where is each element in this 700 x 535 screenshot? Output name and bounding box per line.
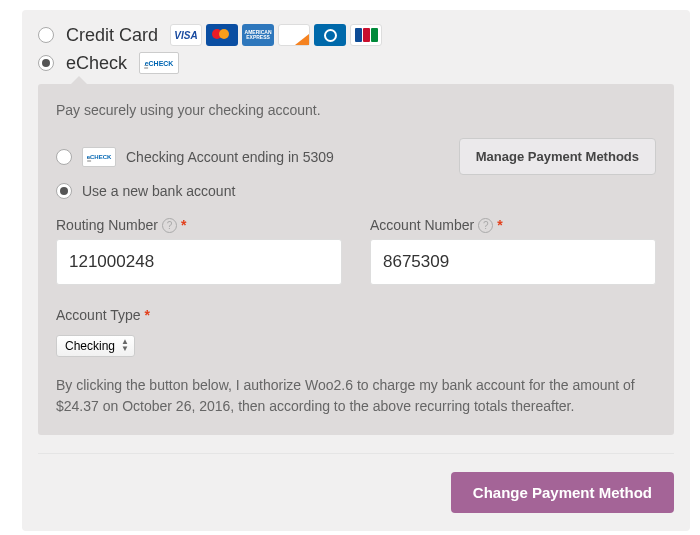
authorization-text: By clicking the button below, I authoriz… bbox=[56, 375, 656, 417]
account-number-label: Account Number ? * bbox=[370, 217, 656, 233]
echeck-icon-small: eCHECK bbox=[82, 147, 116, 167]
form-footer: Change Payment Method bbox=[38, 453, 674, 513]
echeck-form: Pay securely using your checking account… bbox=[38, 84, 674, 435]
new-account-row[interactable]: Use a new bank account bbox=[56, 183, 656, 199]
account-type-label: Account Type * bbox=[56, 307, 656, 323]
help-icon[interactable]: ? bbox=[162, 218, 177, 233]
help-icon[interactable]: ? bbox=[478, 218, 493, 233]
account-number-input[interactable] bbox=[370, 239, 656, 285]
required-mark: * bbox=[497, 217, 502, 233]
credit-card-label: Credit Card bbox=[66, 25, 158, 46]
amex-icon: AMERICAN EXPRESS bbox=[242, 24, 274, 46]
required-mark: * bbox=[145, 307, 150, 323]
discover-icon bbox=[278, 24, 310, 46]
change-payment-method-button[interactable]: Change Payment Method bbox=[451, 472, 674, 513]
form-description: Pay securely using your checking account… bbox=[56, 102, 656, 118]
echeck-radio[interactable] bbox=[38, 55, 54, 71]
saved-account-row[interactable]: eCHECK Checking Account ending in 5309 M… bbox=[56, 138, 656, 175]
echeck-icon: eCHECK bbox=[139, 52, 179, 74]
visa-icon: VISA bbox=[170, 24, 202, 46]
payment-method-echeck[interactable]: eCheck eCHECK bbox=[38, 52, 674, 74]
saved-account-radio[interactable] bbox=[56, 149, 72, 165]
credit-card-radio[interactable] bbox=[38, 27, 54, 43]
echeck-label: eCheck bbox=[66, 53, 127, 74]
card-logos: VISA AMERICAN EXPRESS bbox=[170, 24, 382, 46]
mastercard-icon bbox=[206, 24, 238, 46]
payment-panel: Credit Card VISA AMERICAN EXPRESS eCheck… bbox=[22, 10, 690, 531]
routing-number-label: Routing Number ? * bbox=[56, 217, 342, 233]
new-account-radio[interactable] bbox=[56, 183, 72, 199]
required-mark: * bbox=[181, 217, 186, 233]
routing-number-input[interactable] bbox=[56, 239, 342, 285]
manage-payment-methods-button[interactable]: Manage Payment Methods bbox=[459, 138, 656, 175]
payment-method-credit-card[interactable]: Credit Card VISA AMERICAN EXPRESS bbox=[38, 24, 674, 46]
diners-icon bbox=[314, 24, 346, 46]
account-type-select[interactable]: Checking bbox=[56, 335, 135, 357]
new-account-label: Use a new bank account bbox=[82, 183, 235, 199]
saved-account-label: Checking Account ending in 5309 bbox=[126, 149, 334, 165]
jcb-icon bbox=[350, 24, 382, 46]
